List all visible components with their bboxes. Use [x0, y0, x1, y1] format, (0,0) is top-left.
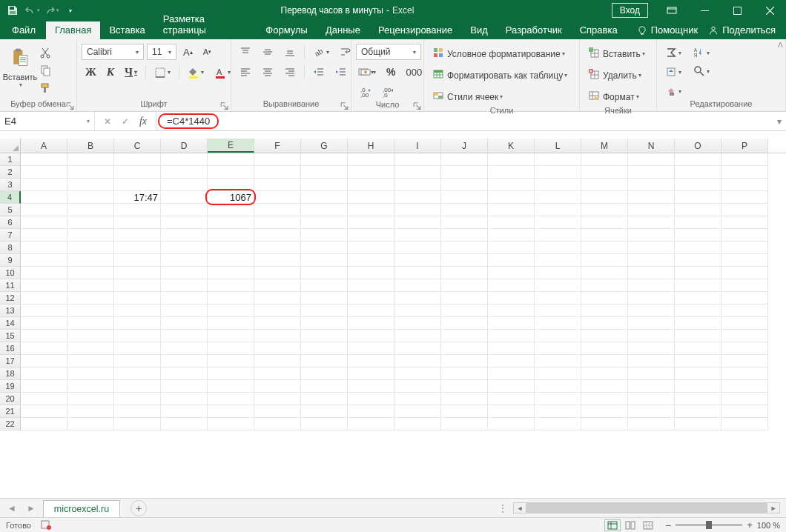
tab-help[interactable]: Справка — [571, 21, 627, 39]
cell[interactable] — [21, 229, 67, 242]
cell[interactable] — [301, 368, 348, 380]
name-box[interactable]: E4 ▾ — [0, 112, 95, 130]
cell[interactable] — [488, 254, 535, 267]
cell[interactable] — [628, 242, 675, 254]
column-header[interactable]: I — [394, 139, 441, 153]
cell[interactable] — [348, 317, 394, 330]
cell[interactable] — [675, 204, 721, 216]
cell[interactable] — [535, 342, 581, 355]
cell[interactable] — [67, 342, 114, 355]
cell[interactable] — [301, 292, 348, 305]
cell[interactable] — [488, 418, 535, 430]
cell[interactable] — [488, 305, 535, 317]
column-header[interactable]: A — [21, 139, 67, 153]
view-page-layout-icon[interactable] — [622, 519, 638, 531]
cell[interactable] — [721, 292, 768, 305]
row-header[interactable]: 2 — [0, 166, 21, 179]
cell[interactable] — [114, 405, 161, 418]
cell[interactable] — [67, 166, 114, 179]
decrease-decimal-icon[interactable]: ,00,0 — [379, 84, 397, 99]
cell[interactable] — [67, 153, 114, 166]
cell[interactable] — [394, 179, 441, 191]
share-button[interactable]: Поделиться — [708, 24, 776, 36]
cell[interactable] — [67, 317, 114, 330]
cell[interactable] — [114, 305, 161, 317]
cell[interactable] — [161, 305, 208, 317]
row-header[interactable]: 19 — [0, 380, 21, 393]
signin-button[interactable]: Вход — [612, 3, 648, 18]
fill-color-icon[interactable] — [185, 65, 207, 80]
cell[interactable] — [394, 216, 441, 229]
cell[interactable] — [628, 305, 675, 317]
cell[interactable] — [628, 355, 675, 368]
cell[interactable] — [161, 229, 208, 242]
cell[interactable] — [254, 153, 301, 166]
increase-decimal-icon[interactable]: ,0,00 — [357, 84, 374, 99]
cell[interactable] — [581, 405, 628, 418]
cell[interactable] — [535, 254, 581, 267]
row-header[interactable]: 16 — [0, 342, 21, 355]
cell[interactable] — [161, 242, 208, 254]
cell[interactable] — [348, 153, 394, 166]
cell[interactable] — [21, 317, 67, 330]
cell[interactable] — [488, 242, 535, 254]
cell[interactable] — [208, 380, 254, 393]
cell[interactable] — [628, 418, 675, 430]
cell[interactable] — [675, 317, 721, 330]
cell[interactable] — [394, 405, 441, 418]
cell[interactable] — [21, 330, 67, 342]
cell[interactable] — [628, 179, 675, 191]
cell[interactable] — [675, 330, 721, 342]
cell[interactable] — [535, 405, 581, 418]
cell[interactable] — [488, 355, 535, 368]
cell[interactable] — [394, 153, 441, 166]
cell[interactable] — [254, 216, 301, 229]
row-header[interactable]: 7 — [0, 229, 21, 242]
cell[interactable] — [581, 191, 628, 204]
cell[interactable] — [114, 179, 161, 191]
cell[interactable] — [581, 279, 628, 292]
cell[interactable] — [394, 342, 441, 355]
cell[interactable] — [114, 292, 161, 305]
macro-record-icon[interactable] — [40, 519, 52, 532]
cell[interactable] — [67, 355, 114, 368]
cell[interactable] — [67, 330, 114, 342]
tab-view[interactable]: Вид — [461, 21, 497, 39]
cell[interactable] — [254, 368, 301, 380]
cell[interactable] — [488, 368, 535, 380]
cell[interactable] — [581, 368, 628, 380]
cell[interactable] — [721, 216, 768, 229]
cell[interactable] — [628, 380, 675, 393]
cell[interactable] — [301, 267, 348, 279]
cell[interactable] — [67, 368, 114, 380]
cell[interactable] — [581, 254, 628, 267]
cell[interactable] — [488, 153, 535, 166]
cell[interactable] — [161, 330, 208, 342]
cell[interactable] — [21, 153, 67, 166]
cell[interactable] — [441, 405, 488, 418]
cell[interactable] — [675, 305, 721, 317]
cell[interactable]: 17:47 — [114, 191, 161, 204]
cell[interactable] — [208, 305, 254, 317]
cell[interactable] — [208, 279, 254, 292]
cell[interactable] — [675, 279, 721, 292]
cell[interactable] — [67, 380, 114, 393]
align-bottom-icon[interactable] — [281, 44, 299, 59]
cell[interactable] — [21, 204, 67, 216]
currency-icon[interactable] — [357, 64, 379, 79]
cell[interactable] — [675, 229, 721, 242]
cell[interactable] — [628, 153, 675, 166]
cell[interactable] — [441, 254, 488, 267]
cell[interactable] — [161, 355, 208, 368]
cell[interactable] — [721, 153, 768, 166]
cell[interactable] — [348, 191, 394, 204]
tab-developer[interactable]: Разработчик — [497, 21, 571, 39]
cell[interactable] — [348, 368, 394, 380]
cell[interactable] — [675, 179, 721, 191]
cell[interactable] — [488, 179, 535, 191]
cell[interactable]: 1067 — [208, 191, 254, 204]
cell[interactable] — [488, 342, 535, 355]
cell[interactable] — [301, 179, 348, 191]
cell[interactable] — [254, 166, 301, 179]
cell[interactable] — [535, 267, 581, 279]
